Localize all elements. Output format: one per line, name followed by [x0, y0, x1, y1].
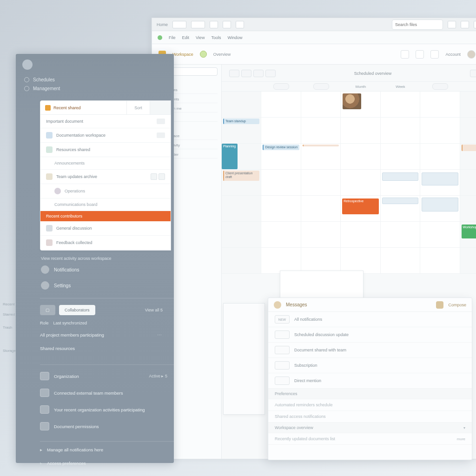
- calendar-cell[interactable]: [301, 118, 341, 144]
- titlebar-button[interactable]: [448, 21, 456, 28]
- menu-item[interactable]: Window: [227, 35, 242, 40]
- menu-item[interactable]: File: [169, 35, 176, 40]
- action-icon[interactable]: [151, 173, 157, 180]
- calendar-cell[interactable]: [301, 144, 341, 170]
- calendar-cell[interactable]: [420, 170, 460, 196]
- list-item[interactable]: Scheduled discussion update: [268, 327, 472, 343]
- calendar-cell[interactable]: [341, 222, 380, 248]
- next-button[interactable]: [241, 70, 251, 77]
- sidebar-item[interactable]: Shared resources: [40, 342, 168, 355]
- view-tab[interactable]: Month: [356, 85, 366, 89]
- calendar-cell[interactable]: [381, 144, 420, 170]
- list-item[interactable]: Recently updated documents listmore: [268, 433, 472, 445]
- calendar-cell[interactable]: [420, 196, 460, 222]
- calendar-cell[interactable]: [261, 196, 301, 222]
- edge-label[interactable]: Trash: [3, 325, 12, 330]
- calendar-cell[interactable]: [460, 196, 476, 222]
- sidebar-item[interactable]: Document permissions: [40, 418, 174, 435]
- calendar-cell[interactable]: [420, 248, 460, 274]
- event-block[interactable]: Design review session: [263, 145, 299, 150]
- panel-item[interactable]: Communications board: [40, 198, 171, 211]
- calendar-cell[interactable]: Planning: [222, 144, 261, 170]
- calendar-cell[interactable]: [341, 170, 380, 196]
- calendar-cell[interactable]: [460, 92, 476, 118]
- titlebar-button[interactable]: [210, 21, 218, 28]
- calendar-cell[interactable]: [301, 196, 341, 222]
- list-item[interactable]: Shared access notifications: [268, 411, 472, 423]
- event-block[interactable]: Planning: [222, 144, 238, 169]
- calendar-cell[interactable]: [381, 170, 420, 196]
- panel-action-label[interactable]: Compose: [448, 303, 466, 307]
- calendar-cell[interactable]: [301, 222, 341, 248]
- calendar-cell[interactable]: [420, 118, 460, 144]
- calendar-cell[interactable]: Design review session: [261, 144, 301, 170]
- panel-item[interactable]: Team updates archive: [40, 170, 171, 184]
- menu-item[interactable]: Edit: [182, 35, 190, 40]
- titlebar-button[interactable]: [474, 21, 476, 28]
- prev-button[interactable]: [229, 70, 239, 77]
- calendar-cell[interactable]: Client presentation draft: [222, 170, 261, 196]
- view-tab[interactable]: Week: [396, 85, 405, 89]
- ribbon-action-button[interactable]: [430, 50, 439, 59]
- panel-item[interactable]: Feedback collected: [40, 236, 171, 250]
- calendar-cell[interactable]: [341, 248, 380, 274]
- calendar-cell[interactable]: [460, 118, 476, 144]
- panel-tab-main[interactable]: Recent shared: [40, 101, 127, 114]
- event-block[interactable]: [422, 198, 458, 212]
- menu-item[interactable]: View: [196, 35, 205, 40]
- panel-item[interactable]: Important document: [40, 115, 171, 128]
- view-all-link[interactable]: View all 5: [139, 305, 168, 315]
- sidebar-row[interactable]: Settings: [16, 278, 174, 293]
- view-tab[interactable]: [432, 83, 448, 90]
- panel-item[interactable]: Operations: [40, 184, 171, 198]
- calendar-cell[interactable]: [261, 118, 301, 144]
- calendar-cell[interactable]: [301, 248, 341, 274]
- list-item[interactable]: Document shared with team: [268, 343, 472, 358]
- view-tab[interactable]: [273, 83, 289, 90]
- calendar-cell[interactable]: [460, 248, 476, 274]
- calendar-cell[interactable]: [460, 144, 476, 170]
- panel-tab-sort[interactable]: Sort: [127, 101, 150, 114]
- chip-icon[interactable]: ▢: [40, 305, 55, 315]
- calendar-cell[interactable]: Team standup: [222, 118, 261, 144]
- account-label[interactable]: Account: [445, 52, 461, 57]
- title-search-input[interactable]: [392, 20, 443, 30]
- menu-item[interactable]: Tools: [211, 35, 221, 40]
- today-button[interactable]: [253, 70, 264, 77]
- toolbar-button[interactable]: [470, 70, 476, 77]
- panel-item[interactable]: Announcements: [40, 157, 171, 170]
- panel-item[interactable]: General discussion: [40, 221, 171, 236]
- calendar-cell[interactable]: [261, 222, 301, 248]
- event-block[interactable]: Team standup: [223, 119, 259, 124]
- event-block[interactable]: Retrospective: [342, 198, 378, 214]
- panel-highlight-strip[interactable]: Recent contributors: [40, 211, 171, 221]
- list-item[interactable]: Direct mention: [268, 373, 472, 389]
- user-avatar[interactable]: [22, 60, 33, 70]
- action-icon[interactable]: [159, 173, 165, 180]
- calendar-cell[interactable]: [261, 92, 301, 118]
- edge-label[interactable]: Recent: [3, 302, 14, 306]
- titlebar-button[interactable]: [172, 21, 186, 28]
- calendar-cell[interactable]: [341, 118, 380, 144]
- event-block[interactable]: [382, 198, 418, 204]
- ribbon-action-button[interactable]: [416, 50, 424, 59]
- sidebar-item[interactable]: ▸Access preferences: [40, 456, 174, 470]
- sidebar-item[interactable]: Your recent organization activities part…: [40, 401, 174, 418]
- edge-label[interactable]: Storage: [3, 349, 16, 353]
- list-item[interactable]: NEWAll notifications: [268, 312, 472, 327]
- calendar-cell[interactable]: [301, 170, 341, 196]
- sidebar-row[interactable]: Notifications: [16, 262, 174, 278]
- calendar-cell[interactable]: [420, 144, 460, 170]
- collaborators-chip[interactable]: Collaborators: [59, 305, 95, 315]
- calendar-cell[interactable]: [301, 92, 341, 118]
- calendar-cell[interactable]: Workshop: [460, 222, 476, 248]
- calendar-cell[interactable]: [381, 92, 420, 118]
- event-block[interactable]: [303, 145, 339, 146]
- view-tab[interactable]: [313, 83, 329, 90]
- calendar-cell[interactable]: [420, 92, 460, 118]
- event-block[interactable]: [382, 172, 418, 181]
- sidebar-item[interactable]: Connected external team members: [40, 384, 174, 401]
- calendar-cell[interactable]: [261, 248, 301, 274]
- edge-label[interactable]: Starred: [3, 312, 15, 317]
- ribbon-action-button[interactable]: [401, 50, 409, 59]
